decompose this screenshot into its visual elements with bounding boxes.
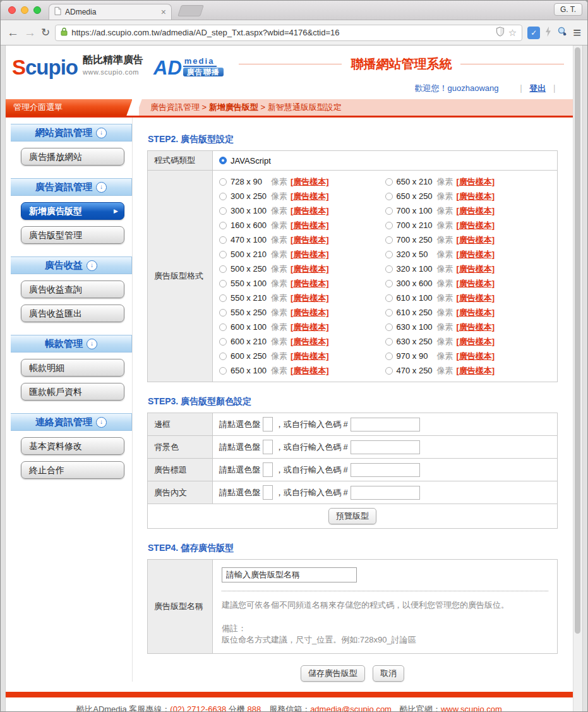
ad-size-option[interactable]: 600 x 250像素[廣告樣本]	[219, 349, 385, 363]
sidebar-item-帳款明細[interactable]: 帳款明細	[21, 359, 124, 377]
ad-sample-link[interactable]: [廣告樣本]	[457, 249, 495, 260]
sidebar-item-新增廣告版型[interactable]: 新增廣告版型▶	[21, 202, 124, 220]
radio-button[interactable]	[385, 251, 393, 258]
sidebar-section-header[interactable]: 廣告資訊管理↓	[11, 178, 132, 196]
radio-button[interactable]	[219, 309, 227, 317]
ad-sample-link[interactable]: [廣告樣本]	[291, 249, 329, 260]
ad-size-option[interactable]: 550 x 250像素[廣告樣本]	[219, 305, 385, 320]
radio-button[interactable]	[219, 222, 227, 229]
footer-link[interactable]: admedia@scupio.com	[310, 704, 392, 711]
ad-size-option[interactable]: 700 x 100像素[廣告樣本]	[385, 203, 551, 218]
sidebar-item-匯款帳戶資料[interactable]: 匯款帳戶資料	[21, 383, 124, 401]
code-type-option[interactable]: JAVAScript	[219, 156, 551, 166]
ad-size-option[interactable]: 630 x 250像素[廣告樣本]	[385, 334, 551, 349]
ad-sample-link[interactable]: [廣告樣本]	[291, 263, 329, 275]
radio-button[interactable]	[385, 353, 393, 360]
ad-size-option[interactable]: 600 x 100像素[廣告樣本]	[219, 320, 385, 334]
ad-size-option[interactable]: 550 x 210像素[廣告樣本]	[219, 291, 385, 305]
extension-icon[interactable]: ✓	[527, 27, 540, 39]
ad-size-option[interactable]: 650 x 210像素[廣告樣本]	[385, 174, 551, 189]
ad-size-option[interactable]: 550 x 100像素[廣告樣本]	[219, 276, 385, 291]
sidebar-section-header[interactable]: 廣告收益↓	[11, 256, 132, 274]
ad-size-option[interactable]: 160 x 600像素[廣告樣本]	[219, 218, 385, 232]
scrollbar-thumb[interactable]	[575, 47, 580, 634]
ad-sample-link[interactable]: [廣告樣本]	[457, 307, 495, 318]
radio-button[interactable]	[219, 207, 227, 215]
color-palette-box[interactable]	[263, 440, 273, 454]
ad-sample-link[interactable]: [廣告樣本]	[291, 365, 329, 377]
close-window-button[interactable]	[8, 6, 16, 14]
radio-button[interactable]	[385, 207, 393, 215]
ad-sample-link[interactable]: [廣告樣本]	[457, 365, 495, 377]
sidebar-item-基本資料修改[interactable]: 基本資料修改	[21, 437, 124, 455]
sidebar-item-廣告版型管理[interactable]: 廣告版型管理	[21, 226, 124, 244]
magnifier-extension-icon[interactable]	[556, 26, 568, 40]
ad-sample-link[interactable]: [廣告樣本]	[457, 191, 495, 202]
ad-sample-link[interactable]: [廣告樣本]	[291, 234, 329, 246]
ad-size-option[interactable]: 650 x 250像素[廣告樣本]	[385, 189, 551, 203]
ad-sample-link[interactable]: [廣告樣本]	[291, 322, 329, 333]
color-code-input[interactable]	[351, 418, 420, 431]
ad-size-option[interactable]: 700 x 210像素[廣告樣本]	[385, 218, 551, 232]
sidebar-section-header[interactable]: 網站資訊管理↓	[11, 124, 132, 142]
ad-size-option[interactable]: 728 x 90像素[廣告樣本]	[219, 174, 385, 189]
color-code-input[interactable]	[351, 440, 420, 454]
ad-sample-link[interactable]: [廣告樣本]	[291, 307, 329, 318]
radio-button[interactable]	[219, 193, 227, 200]
page-scrollbar[interactable]	[573, 45, 582, 711]
sidebar-section-header[interactable]: 帳款管理↓	[11, 335, 132, 353]
radio-button[interactable]	[219, 251, 227, 258]
breadcrumb-item[interactable]: 廣告資訊管理	[150, 102, 200, 112]
back-icon[interactable]: ←	[7, 27, 19, 39]
ad-sample-link[interactable]: [廣告樣本]	[457, 234, 495, 246]
color-code-input[interactable]	[351, 463, 420, 477]
ad-sample-link[interactable]: [廣告樣本]	[457, 176, 495, 188]
radio-button[interactable]	[385, 309, 393, 317]
ad-sample-link[interactable]: [廣告樣本]	[291, 205, 329, 217]
ad-sample-link[interactable]: [廣告樣本]	[291, 278, 329, 289]
breadcrumb-item[interactable]: 新智慧通版版型設定	[268, 102, 342, 112]
ad-size-option[interactable]: 970 x 90像素[廣告樣本]	[385, 349, 551, 363]
radio-button[interactable]	[385, 236, 393, 244]
sidebar-section-header[interactable]: 連絡資訊管理↓	[11, 413, 132, 431]
ad-size-option[interactable]: 500 x 210像素[廣告樣本]	[219, 247, 385, 262]
preview-button[interactable]: 預覽版型	[328, 508, 376, 524]
ad-size-option[interactable]: 300 x 250像素[廣告樣本]	[219, 189, 385, 203]
radio-button[interactable]	[385, 193, 393, 200]
lightning-icon[interactable]	[545, 27, 551, 39]
ad-sample-link[interactable]: [廣告樣本]	[291, 176, 329, 188]
ad-sample-link[interactable]: [廣告樣本]	[457, 351, 495, 362]
new-tab-button[interactable]	[177, 5, 204, 16]
ad-size-option[interactable]: 320 x 50像素[廣告樣本]	[385, 247, 551, 262]
tab-close-icon[interactable]: ×	[161, 7, 166, 17]
admedia-logo[interactable]: AD media 廣告聯播	[153, 56, 224, 76]
radio-button-javascript[interactable]	[219, 157, 227, 164]
radio-button[interactable]	[385, 323, 393, 331]
sidebar-item-廣告收益匯出[interactable]: 廣告收益匯出	[21, 305, 124, 322]
ad-sample-link[interactable]: [廣告樣本]	[457, 322, 495, 333]
ad-sample-link[interactable]: [廣告樣本]	[457, 278, 495, 289]
radio-button[interactable]	[219, 294, 227, 302]
shield-icon[interactable]	[496, 27, 505, 39]
cancel-button[interactable]: 取消	[373, 665, 404, 682]
ad-sample-link[interactable]: [廣告樣本]	[457, 220, 495, 231]
radio-button[interactable]	[219, 178, 227, 186]
ad-sample-link[interactable]: [廣告樣本]	[291, 220, 329, 231]
ad-size-option[interactable]: 610 x 250像素[廣告樣本]	[385, 305, 551, 320]
ad-sample-link[interactable]: [廣告樣本]	[457, 263, 495, 275]
radio-button[interactable]	[219, 236, 227, 244]
ad-sample-link[interactable]: [廣告樣本]	[457, 336, 495, 347]
ad-size-option[interactable]: 300 x 600像素[廣告樣本]	[385, 276, 551, 291]
sidebar-item-廣告播放網站[interactable]: 廣告播放網站	[21, 148, 124, 166]
ad-sample-link[interactable]: [廣告樣本]	[291, 351, 329, 362]
radio-button[interactable]	[385, 222, 393, 229]
reload-icon[interactable]: ↻	[41, 27, 50, 38]
browser-menu-icon[interactable]: ≡	[573, 26, 581, 40]
url-text[interactable]: https://ad.scupio.com.tw/admedia/AD_step…	[71, 28, 491, 37]
ad-size-option[interactable]: 470 x 250像素[廣告樣本]	[385, 363, 551, 378]
ad-size-option[interactable]: 630 x 100像素[廣告樣本]	[385, 320, 551, 334]
ad-size-option[interactable]: 470 x 100像素[廣告樣本]	[219, 232, 385, 247]
ad-size-option[interactable]: 650 x 100像素[廣告樣本]	[219, 363, 385, 378]
browser-profile-button[interactable]: G. T.	[554, 3, 582, 16]
ad-sample-link[interactable]: [廣告樣本]	[457, 293, 495, 304]
